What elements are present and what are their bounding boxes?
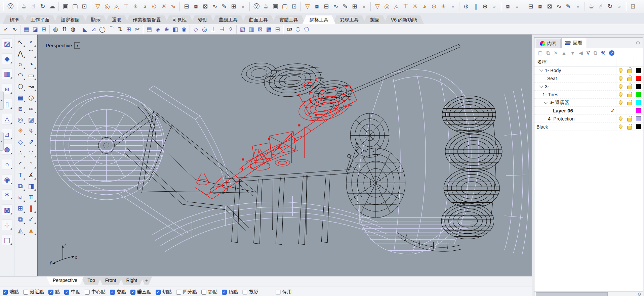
curve-pair-icon[interactable]: ∥: [471, 2, 480, 11]
color-cell[interactable]: [634, 75, 643, 82]
turntable-icon-3[interactable]: ↻: [606, 2, 614, 11]
osnap-knot-checkbox[interactable]: [201, 290, 206, 295]
edit-box-icon-3[interactable]: ⊠: [545, 2, 554, 11]
add-box-icon-2[interactable]: ⧈: [313, 2, 321, 11]
osnap-cen-checkbox[interactable]: [85, 290, 90, 295]
mesh-count-icon[interactable]: 123: [285, 25, 293, 33]
lock-cell[interactable]: [625, 66, 634, 74]
viewport-properties-icon-2[interactable]: ⊡: [290, 2, 298, 11]
box-solid-icon[interactable]: ⧈: [15, 104, 25, 113]
mesh-star-icon[interactable]: ✶: [2, 190, 12, 200]
current-layer-cell[interactable]: [609, 123, 616, 131]
dome-light-icon[interactable]: ◕: [140, 2, 149, 11]
visibility-cell[interactable]: [616, 66, 625, 74]
color-cell[interactable]: [634, 91, 643, 98]
current-layer-cell[interactable]: [609, 75, 616, 82]
grass-icon-3[interactable]: ∿: [555, 2, 563, 11]
viewport-icon[interactable]: ▢: [71, 2, 79, 11]
lock-icon[interactable]: [627, 118, 632, 121]
bulb-icon[interactable]: [619, 68, 622, 73]
osnap-project[interactable]: 投影: [242, 289, 258, 295]
osnap-quad-checkbox[interactable]: [176, 290, 181, 295]
mesh-extract-icon[interactable]: ⇈: [60, 25, 69, 33]
render-preview-icon-3[interactable]: ☝: [596, 2, 605, 11]
lock-icon[interactable]: [627, 126, 632, 130]
osnap-near-checkbox[interactable]: [23, 290, 28, 295]
color-cell[interactable]: [634, 123, 643, 131]
bulb-icon[interactable]: [619, 84, 622, 89]
mesh-facet-icon[interactable]: ◇: [192, 25, 200, 33]
collapsed-toolbar-tab-2[interactable]: ◂: [0, 132, 4, 151]
osnap-point-checkbox[interactable]: ✓: [48, 290, 53, 295]
spark-icon[interactable]: ↯: [26, 126, 36, 136]
ribbon-tab-drafting[interactable]: 製圖: [363, 15, 387, 24]
move-down-button[interactable]: ▼: [570, 50, 575, 56]
osnap-perp[interactable]: ✓垂直點: [130, 289, 151, 295]
diamond-tag-icon[interactable]: ◇: [15, 137, 25, 147]
overflow-icon-5[interactable]: »: [513, 2, 522, 11]
mesh-check-icon[interactable]: ✓: [2, 25, 10, 33]
layer-row[interactable]: 1- Tires: [534, 91, 643, 99]
mesh-split-icon[interactable]: ✂: [133, 25, 142, 33]
viewport-tab-front[interactable]: Front: [99, 277, 123, 285]
collapsed-toolbar-tab[interactable]: ◂: [0, 91, 4, 110]
sphere-light-icon-3[interactable]: ⊚: [430, 2, 438, 11]
layer-row[interactable]: Seat: [534, 75, 643, 83]
expand-chevron-icon[interactable]: [539, 68, 543, 71]
color-cell[interactable]: [634, 83, 643, 90]
boolean-diff-icon[interactable]: ∵: [26, 148, 36, 158]
mesh-half-icon[interactable]: ◧: [171, 25, 179, 33]
layer-row[interactable]: 4- Protection: [534, 115, 643, 123]
delete-layer-button[interactable]: ✕: [554, 50, 558, 56]
sun-icon[interactable]: ☀: [159, 2, 168, 11]
lock-icon[interactable]: [627, 86, 632, 89]
layer-color-swatch[interactable]: [636, 84, 641, 89]
target-icon[interactable]: ⊕: [481, 2, 489, 11]
visibility-cell[interactable]: [616, 83, 625, 90]
mesh-arc-icon[interactable]: ⌒: [107, 25, 115, 33]
osnap-vertex-checkbox[interactable]: ✓: [222, 290, 227, 295]
mesh-rows-icon[interactable]: ▥: [247, 25, 255, 33]
mesh-tab-icon[interactable]: ⊣: [218, 25, 226, 33]
ribbon-tab-new-in-v6[interactable]: V6 的新功能: [384, 15, 424, 24]
osnap-vertex[interactable]: ✓頂點: [222, 289, 238, 295]
bulb-icon[interactable]: [619, 76, 622, 81]
osnap-disable-checkbox[interactable]: [276, 290, 281, 295]
surface-corner-icon[interactable]: ◶: [26, 93, 36, 102]
spotlight-icon[interactable]: ▽: [93, 2, 102, 11]
lock-icon[interactable]: [627, 94, 632, 97]
current-layer-cell[interactable]: ✓: [609, 107, 616, 114]
osnap-end-checkbox[interactable]: ✓: [3, 290, 8, 295]
panel-tab-layers[interactable]: 圖層: [561, 38, 586, 48]
move-up-button[interactable]: ▲: [561, 50, 566, 56]
lamp-icon[interactable]: ⊤: [122, 2, 130, 11]
current-layer-cell[interactable]: [609, 99, 616, 106]
ribbon-tab-set-view[interactable]: 設定視圖: [54, 15, 87, 24]
new-sublayer-button[interactable]: ⧉: [546, 50, 550, 56]
circle-icon[interactable]: ○: [15, 59, 25, 69]
fillet-curve-icon[interactable]: ◜: [15, 159, 25, 169]
spotlight-icon-3[interactable]: ▽: [373, 2, 382, 11]
layer-color-swatch[interactable]: [636, 68, 641, 73]
panel-grid-icon-2[interactable]: ⊞: [350, 2, 359, 11]
lock-cell[interactable]: [625, 91, 634, 98]
safe-frame-icon-2[interactable]: ⊟: [322, 2, 331, 11]
turntable-icon[interactable]: ↻: [38, 2, 47, 11]
mesh-object-icon[interactable]: ▨: [2, 39, 12, 49]
mesh-boolean-icon[interactable]: ⊕: [162, 25, 171, 33]
ribbon-tab-render-tools[interactable]: 彩現工具: [333, 15, 366, 24]
toolbar-grip[interactable]: [2, 2, 4, 11]
mesh-diamond-icon[interactable]: ◈: [154, 25, 162, 33]
viewport-title[interactable]: Perspective ▼: [46, 42, 80, 49]
move-icon[interactable]: ⇗: [26, 137, 36, 147]
render-icon-3[interactable]: ☕: [587, 2, 596, 11]
lock-icon[interactable]: [627, 102, 632, 105]
lock-cell[interactable]: [625, 99, 634, 106]
mesh-fill-icon[interactable]: ▤: [145, 25, 153, 33]
ribbon-tab-viewport-layout[interactable]: 作業視窗配置: [126, 15, 168, 24]
ribbon-tab-visibility[interactable]: 可見性: [165, 15, 194, 24]
new-layer-button[interactable]: ▢: [538, 50, 542, 56]
shade-cone-icon[interactable]: ◭: [15, 226, 25, 235]
torus-icon[interactable]: ◎: [15, 115, 25, 125]
layer-row[interactable]: 3-: [534, 83, 643, 91]
